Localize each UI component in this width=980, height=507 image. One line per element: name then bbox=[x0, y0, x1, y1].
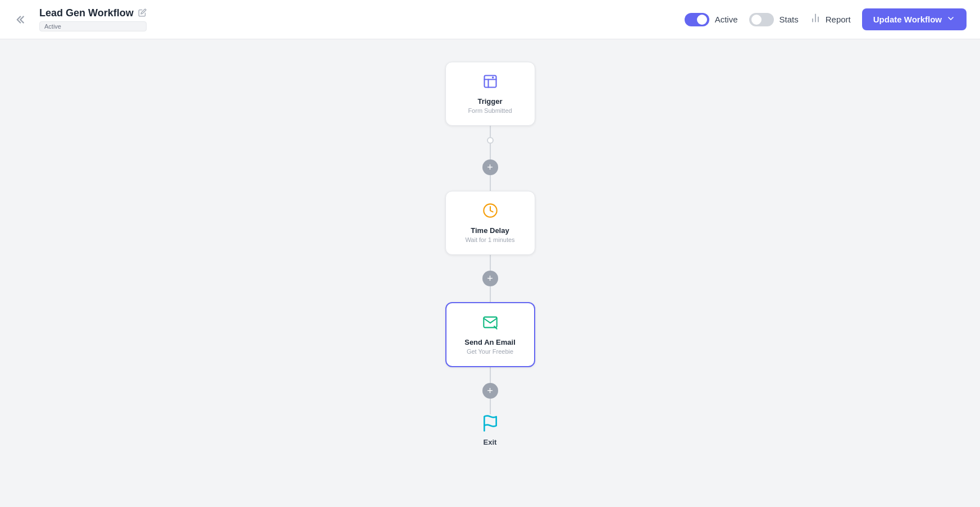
time-delay-subtitle: Wait for 1 minutes bbox=[462, 236, 519, 243]
connector-1: + bbox=[482, 126, 498, 191]
update-workflow-label: Update Workflow bbox=[873, 15, 942, 24]
active-toggle-label: Active bbox=[715, 15, 738, 24]
add-button-3[interactable]: + bbox=[482, 383, 498, 399]
workflow-nodes: Trigger Form Submitted + Time Delay Wait… bbox=[445, 62, 535, 446]
report-icon bbox=[810, 12, 821, 26]
line-1a bbox=[490, 126, 491, 137]
time-delay-node[interactable]: Time Delay Wait for 1 minutes bbox=[445, 191, 535, 255]
update-workflow-chevron bbox=[946, 14, 955, 25]
dot-1 bbox=[487, 137, 494, 144]
workflow-info: Lead Gen Workflow Active bbox=[39, 7, 147, 31]
stats-toggle-group: Stats bbox=[749, 13, 799, 26]
stats-toggle[interactable] bbox=[749, 13, 774, 26]
report-group[interactable]: Report bbox=[810, 12, 851, 26]
header: Lead Gen Workflow Active Active Stats bbox=[0, 0, 980, 39]
stats-toggle-label: Stats bbox=[780, 15, 799, 24]
send-email-subtitle: Get Your Freebie bbox=[462, 348, 518, 355]
add-button-2[interactable]: + bbox=[482, 271, 498, 286]
line-2a bbox=[490, 255, 491, 271]
line-1c bbox=[490, 175, 491, 191]
workflow-title: Lead Gen Workflow bbox=[39, 7, 134, 19]
line-3b bbox=[490, 399, 491, 414]
trigger-node[interactable]: Trigger Form Submitted bbox=[445, 62, 535, 126]
workflow-title-row: Lead Gen Workflow bbox=[39, 7, 147, 19]
connector-2: + bbox=[482, 255, 498, 302]
header-left: Lead Gen Workflow Active bbox=[13, 7, 147, 31]
connector-3: + bbox=[482, 367, 498, 414]
send-email-title: Send An Email bbox=[462, 338, 518, 346]
workflow-canvas: Trigger Form Submitted + Time Delay Wait… bbox=[0, 39, 980, 507]
line-2b bbox=[490, 286, 491, 302]
time-delay-icon bbox=[462, 203, 519, 222]
add-button-1[interactable]: + bbox=[482, 159, 498, 175]
svg-point-6 bbox=[491, 76, 494, 79]
update-workflow-button[interactable]: Update Workflow bbox=[862, 8, 967, 30]
exit-label: Exit bbox=[484, 438, 497, 446]
send-email-node[interactable]: Send An Email Get Your Freebie bbox=[445, 302, 535, 367]
active-toggle[interactable] bbox=[685, 13, 709, 26]
exit-icon bbox=[481, 414, 499, 435]
report-label: Report bbox=[826, 15, 851, 24]
line-1b bbox=[490, 144, 491, 159]
back-button[interactable] bbox=[13, 11, 30, 28]
header-right: Active Stats Report Update Workflow bbox=[685, 8, 967, 30]
time-delay-title: Time Delay bbox=[462, 226, 519, 235]
exit-node[interactable]: Exit bbox=[481, 414, 499, 446]
trigger-subtitle: Form Submitted bbox=[462, 107, 519, 114]
active-badge: Active bbox=[39, 21, 147, 31]
active-toggle-group: Active bbox=[685, 13, 738, 26]
edit-icon[interactable] bbox=[138, 8, 147, 19]
trigger-icon bbox=[462, 74, 519, 93]
trigger-title: Trigger bbox=[462, 97, 519, 106]
send-email-icon bbox=[462, 314, 518, 334]
line-3a bbox=[490, 367, 491, 383]
svg-rect-3 bbox=[484, 76, 496, 88]
